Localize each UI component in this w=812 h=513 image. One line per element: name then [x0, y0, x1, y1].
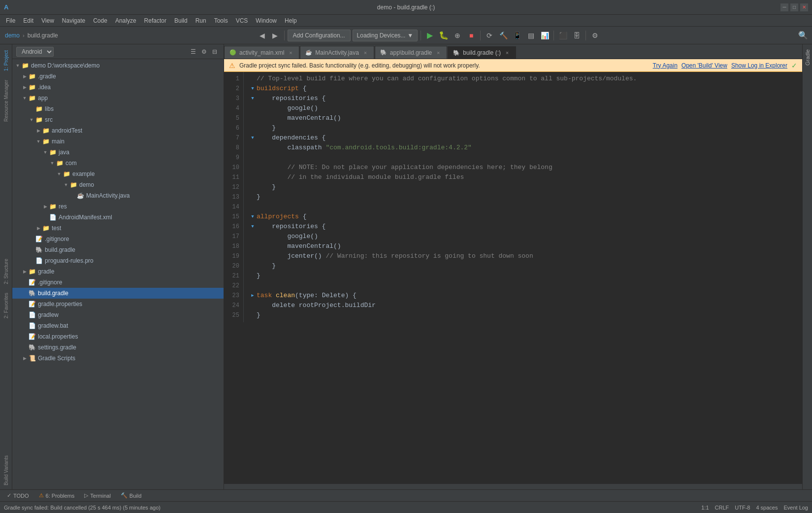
menu-view[interactable]: View	[37, 16, 58, 25]
fold-arrow-2[interactable]: ▼	[249, 84, 257, 94]
collapse-all-button[interactable]: ⊟	[210, 47, 220, 57]
build-tab[interactable]: 🔨 Build	[118, 491, 144, 500]
build-button[interactable]: 🔨	[497, 30, 509, 41]
sidebar-item-build-variants[interactable]: Build Variants	[2, 451, 10, 489]
layout-inspector-button[interactable]: ⬛	[557, 30, 569, 41]
close-button[interactable]: ✕	[800, 3, 808, 11]
tree-item-src[interactable]: ▼📁src	[12, 114, 224, 125]
menu-help[interactable]: Help	[281, 16, 301, 25]
tree-item-com[interactable]: ▼📁com	[12, 158, 224, 169]
fold-arrow-7[interactable]: ▼	[249, 133, 257, 143]
indent[interactable]: 4 spaces	[756, 505, 778, 511]
show-log-link[interactable]: Show Log in Explorer	[731, 62, 787, 69]
tree-item-build-gradle-app[interactable]: 🐘build.gradle	[12, 244, 224, 255]
tree-item-demo[interactable]: ▼📁demo D:\workspace\demo	[12, 60, 224, 71]
menu-run[interactable]: Run	[192, 16, 210, 25]
sync-button[interactable]: ⟳	[484, 30, 495, 41]
tree-item-gradle-properties[interactable]: 📝gradle.properties	[12, 299, 224, 309]
fold-arrow-15[interactable]: ▼	[249, 212, 257, 222]
event-log[interactable]: Event Log	[783, 505, 808, 511]
loading-devices-dropdown[interactable]: Loading Devices... ▼	[353, 30, 418, 41]
encoding[interactable]: UTF-8	[735, 505, 750, 511]
gradle-panel-tab[interactable]: Gradle	[804, 46, 812, 68]
tree-item-res[interactable]: ▶📁res	[12, 201, 224, 212]
code-content[interactable]: // Top-level build file where you can ad…	[244, 72, 802, 322]
device-manager-button[interactable]: 📱	[511, 30, 523, 41]
tab-activity_main[interactable]: 🟢activity_main.xml×	[224, 46, 299, 59]
menu-tools[interactable]: Tools	[210, 16, 232, 25]
terminal-tab[interactable]: ▷ Terminal	[81, 491, 114, 500]
tree-item-demo2[interactable]: ▼📁demo	[12, 179, 224, 190]
tree-item-gradlew[interactable]: 📄gradlew	[12, 309, 224, 320]
tree-item-libs[interactable]: 📁libs	[12, 103, 224, 114]
menu-file[interactable]: File	[2, 16, 19, 25]
tab-close-app_build_gradle[interactable]: ×	[435, 49, 442, 56]
problems-tab[interactable]: ⚠ 6: Problems	[36, 491, 78, 500]
tree-item-main[interactable]: ▼📁main	[12, 136, 224, 147]
tree-item-test[interactable]: ▶📁test	[12, 223, 224, 234]
run-button[interactable]: ▶	[424, 30, 436, 41]
run-coverage-button[interactable]: ⊕	[452, 30, 463, 41]
fold-arrow-23[interactable]: ▶	[249, 291, 257, 301]
horizontal-scrollbar[interactable]	[224, 483, 802, 489]
line-ending[interactable]: CRLF	[715, 505, 729, 511]
sidebar-item-resource-manager[interactable]: Resource Manager	[2, 76, 10, 126]
tab-close-MainActivity[interactable]: ×	[362, 49, 369, 56]
tab-build_gradle[interactable]: 🐘build.gradle (:)×	[448, 46, 516, 59]
tree-item-build-gradle-root[interactable]: 🐘build.gradle	[12, 288, 224, 299]
tree-item-androidTest[interactable]: ▶📁androidTest	[12, 125, 224, 136]
try-again-link[interactable]: Try Again	[653, 62, 678, 69]
tree-item-gradle-dir2[interactable]: ▶📁gradle	[12, 266, 224, 277]
menu-build[interactable]: Build	[170, 16, 192, 25]
menu-code[interactable]: Code	[89, 16, 111, 25]
menu-navigate[interactable]: Navigate	[58, 16, 89, 25]
debug-button[interactable]: 🐛	[438, 30, 450, 41]
avd-button[interactable]: ▤	[525, 30, 537, 41]
tab-close-build_gradle[interactable]: ×	[504, 49, 511, 56]
menu-edit[interactable]: Edit	[19, 16, 37, 25]
tree-item-MainActivity[interactable]: ☕MainActivity.java	[12, 190, 224, 201]
minimize-button[interactable]: ─	[780, 3, 788, 11]
menu-vcs[interactable]: VCS	[232, 16, 252, 25]
add-configuration-button[interactable]: Add Configuration...	[288, 30, 351, 41]
search-everywhere-button[interactable]: 🔍	[797, 30, 809, 41]
tree-item-AndroidManifest[interactable]: 📄AndroidManifest.xml	[12, 212, 224, 223]
forward-button[interactable]: ▶	[269, 30, 281, 41]
code-editor[interactable]: 1234567891011121314151617181920212223242…	[224, 72, 802, 483]
database-inspector-button[interactable]: 🗄	[571, 30, 583, 41]
sidebar-item-project[interactable]: 1: Project	[2, 46, 10, 75]
gear-icon[interactable]: ⚙	[199, 47, 209, 57]
scope-button[interactable]: ☰	[188, 47, 198, 57]
sidebar-item-structure[interactable]: 2: Structure	[2, 255, 10, 288]
tab-MainActivity[interactable]: ☕MainActivity.java×	[300, 46, 374, 59]
tab-close-activity_main[interactable]: ×	[287, 49, 294, 56]
fold-arrow-16[interactable]: ▼	[249, 222, 257, 232]
tab-app_build_gradle[interactable]: 🐘app\build.gradle×	[375, 46, 447, 59]
tree-item-java[interactable]: ▼📁java	[12, 147, 224, 158]
settings-button[interactable]: ⚙	[589, 30, 601, 41]
tree-item-idea-dir[interactable]: ▶📁.idea	[12, 82, 224, 93]
tree-item-gitignore-app[interactable]: 📝.gitignore	[12, 234, 224, 244]
profiler-button[interactable]: 📊	[539, 30, 551, 41]
tree-item-settings-gradle[interactable]: 🐘settings.gradle	[12, 342, 224, 353]
tree-item-example[interactable]: ▼📁example	[12, 169, 224, 179]
open-build-view-link[interactable]: Open 'Build' View	[682, 62, 727, 69]
menu-window[interactable]: Window	[252, 16, 281, 25]
cursor-position[interactable]: 1:1	[701, 505, 709, 511]
maximize-button[interactable]: □	[790, 3, 798, 11]
menu-refactor[interactable]: Refactor	[140, 16, 170, 25]
fold-arrow-3[interactable]: ▼	[249, 94, 257, 103]
menu-analyze[interactable]: Analyze	[111, 16, 140, 25]
tree-item-gitignore-root[interactable]: 📝.gitignore	[12, 277, 224, 288]
tree-item-gradle-dir[interactable]: ▶📁.gradle	[12, 71, 224, 82]
tree-item-gradle-scripts[interactable]: ▶📜Gradle Scripts	[12, 353, 224, 364]
tree-item-proguard[interactable]: 📄proguard-rules.pro	[12, 255, 224, 266]
back-button[interactable]: ◀	[257, 30, 268, 41]
tree-item-gradlew-bat[interactable]: 📄gradlew.bat	[12, 320, 224, 331]
tree-item-app[interactable]: ▼📁app	[12, 93, 224, 103]
tree-item-local-properties[interactable]: 📝local.properties	[12, 331, 224, 342]
project-view-dropdown[interactable]: Android Project	[16, 47, 54, 57]
sidebar-item-favorites[interactable]: 2: Favorites	[2, 289, 10, 322]
todo-tab[interactable]: ✓ TODO	[4, 491, 32, 500]
stop-button[interactable]: ■	[465, 30, 477, 41]
